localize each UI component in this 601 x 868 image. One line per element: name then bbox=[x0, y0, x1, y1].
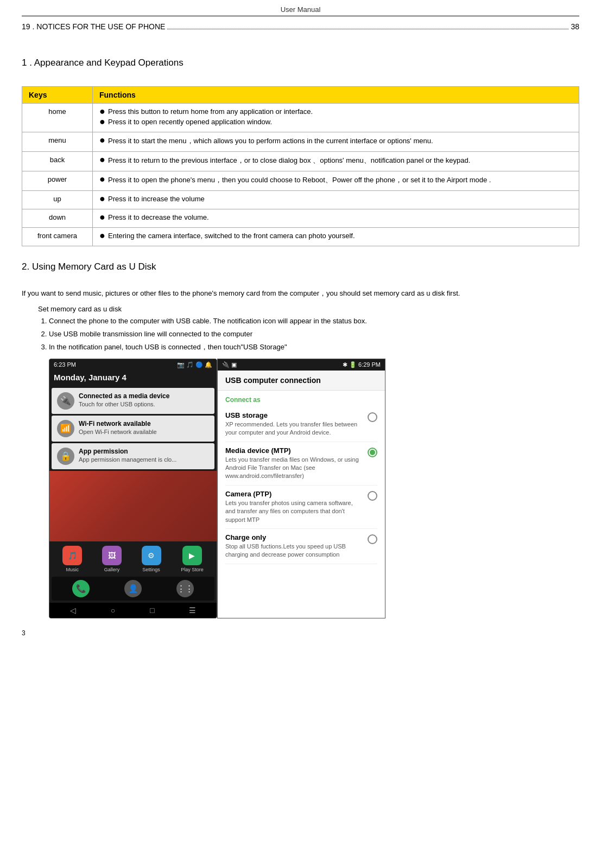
bullet-text: Press it to open the phone's menu，then y… bbox=[108, 175, 491, 185]
usb-option-desc: XP recommended. Lets you transfer files … bbox=[225, 420, 363, 437]
table-key-cell: back bbox=[22, 152, 93, 171]
usb-status-icons: 🔌 ▣ bbox=[222, 361, 237, 368]
usb-section: Connect as USB storageXP recommended. Le… bbox=[218, 391, 385, 566]
wifi-notif-title: Wi-Fi network available bbox=[79, 420, 157, 427]
usb-notif-content: Connected as a media device Touch for ot… bbox=[79, 392, 169, 407]
nav-home: ○ bbox=[111, 606, 115, 615]
home-screen bbox=[49, 471, 217, 541]
notification-wifi: 📶 Wi-Fi network available Open Wi-Fi net… bbox=[52, 416, 214, 442]
bullet-item: ●Press it to decrease the volume. bbox=[99, 213, 572, 222]
toc-text: . NOTICES FOR THE USE OF PHONE bbox=[33, 22, 166, 31]
col-keys: Keys bbox=[22, 87, 93, 104]
bullet-dot: ● bbox=[99, 174, 108, 184]
app-gallery-label: Gallery bbox=[104, 567, 120, 572]
app-playstore-label: Play Store bbox=[181, 567, 204, 572]
table-function-cell: ●Press it to open the phone's menu，then … bbox=[93, 171, 579, 191]
bullet-dot: ● bbox=[99, 106, 108, 116]
usb-option[interactable]: Camera (PTP)Lets you transfer photos usi… bbox=[225, 486, 377, 529]
keys-functions-table: Keys Functions home●Press this button to… bbox=[22, 86, 579, 246]
radio-dot bbox=[370, 450, 375, 455]
phone-date-area: Monday, January 4 bbox=[49, 371, 217, 386]
usb-option[interactable]: USB storageXP recommended. Lets you tran… bbox=[225, 407, 377, 442]
phone-status-bar: 6:23 PM 📷 🎵 🔵 🔔 bbox=[49, 359, 217, 371]
table-function-cell: ●Press it to increase the volume bbox=[93, 191, 579, 209]
usb-option-text: Camera (PTP)Lets you transfer photos usi… bbox=[225, 490, 368, 524]
table-key-cell: up bbox=[22, 191, 93, 209]
nav-menu: ☰ bbox=[189, 606, 196, 615]
bullet-dot: ● bbox=[99, 194, 108, 203]
usb-status-right: ✱ 🔋 6:29 PM bbox=[343, 361, 381, 368]
table-key-cell: menu bbox=[22, 132, 93, 152]
table-key-cell: power bbox=[22, 171, 93, 191]
table-key-cell: front camera bbox=[22, 228, 93, 246]
usb-options-list: USB storageXP recommended. Lets you tran… bbox=[225, 407, 377, 564]
app-notif-icon: 🔒 bbox=[57, 448, 74, 465]
usb-option[interactable]: Media device (MTP)Lets you transfer medi… bbox=[225, 442, 377, 486]
radio-button[interactable] bbox=[368, 534, 377, 544]
bullet-item: ●Press it to increase the volume bbox=[99, 195, 572, 203]
bullet-dot: ● bbox=[99, 212, 108, 222]
usb-option-text: Media device (MTP)Lets you transfer medi… bbox=[225, 446, 368, 481]
phone-time: 6:23 PM bbox=[54, 361, 76, 368]
app-music-label: Music bbox=[66, 567, 79, 572]
usb-screen: 🔌 ▣ ✱ 🔋 6:29 PM USB computer connection … bbox=[217, 359, 385, 618]
bullet-item: ●Press it to open the phone's menu，then … bbox=[99, 175, 572, 185]
radio-button[interactable] bbox=[368, 491, 377, 501]
bullet-text: Press it to return to the previous inter… bbox=[108, 156, 470, 165]
gallery-icon: 🖼 bbox=[102, 546, 122, 565]
usb-option[interactable]: Charge onlyStop all USB fuctions.Lets yo… bbox=[225, 529, 377, 564]
app-settings: ⚙ Settings bbox=[142, 546, 161, 572]
step-item: Use USB mobile transmission line will co… bbox=[49, 328, 579, 340]
usb-option-title: Charge only bbox=[225, 533, 363, 541]
phone-dock: 📞 👤 ⋮⋮ bbox=[52, 577, 214, 601]
usb-option-desc: Lets you transfer photos using camera so… bbox=[225, 499, 363, 524]
steps-list: Connect the phone to the computer with U… bbox=[49, 315, 579, 353]
wifi-notif-sub: Open Wi-Fi network available bbox=[79, 429, 157, 435]
notification-app: 🔒 App permission App permission manageme… bbox=[52, 443, 214, 469]
app-grid: 🎵 Music 🖼 Gallery ⚙ Settings ▶ Play Stor… bbox=[49, 541, 217, 575]
phone-nav: ◁ ○ □ ☰ bbox=[49, 603, 217, 618]
wifi-notif-content: Wi-Fi network available Open Wi-Fi netwo… bbox=[79, 420, 157, 435]
bullet-dot: ● bbox=[99, 155, 108, 164]
phone-dock-apps: ⋮⋮ bbox=[176, 580, 194, 597]
usb-option-title: USB storage bbox=[225, 411, 363, 419]
step-item: Connect the phone to the computer with U… bbox=[49, 315, 579, 327]
radio-button[interactable] bbox=[368, 448, 377, 457]
app-notif-sub: App permission management is clo... bbox=[79, 456, 176, 463]
page-header: User Manual bbox=[22, 5, 579, 16]
app-gallery: 🖼 Gallery bbox=[102, 546, 122, 572]
bullet-item: ●Press this button to return home from a… bbox=[99, 107, 572, 116]
usb-option-desc: Lets you transfer media files on Windows… bbox=[225, 456, 363, 481]
radio-button[interactable] bbox=[368, 412, 377, 422]
bullet-item: ●Press it to start the menu，which allows… bbox=[99, 136, 572, 146]
step-item: In the notification panel, touch USB is … bbox=[49, 341, 579, 353]
bullet-item: ●Entering the camera interface, switched… bbox=[99, 232, 572, 240]
section2-title: 2. Using Memory Card as U Disk bbox=[22, 261, 579, 272]
app-playstore: ▶ Play Store bbox=[181, 546, 204, 572]
phone-left-screenshot: 6:23 PM 📷 🎵 🔵 🔔 Monday, January 4 🔌 Conn… bbox=[49, 359, 217, 618]
usb-option-text: USB storageXP recommended. Lets you tran… bbox=[225, 411, 368, 437]
phone-dock-contacts: 👤 bbox=[124, 580, 142, 597]
usb-status-bar: 🔌 ▣ ✱ 🔋 6:29 PM bbox=[218, 359, 385, 371]
toc-dots bbox=[167, 22, 568, 29]
bullet-dot: ● bbox=[99, 135, 108, 145]
phone-icons: 📷 🎵 🔵 🔔 bbox=[177, 361, 212, 368]
bullet-text: Press it to increase the volume bbox=[108, 195, 205, 203]
table-function-cell: ●Press it to decrease the volume. bbox=[93, 209, 579, 228]
toc-entry: 19 . NOTICES FOR THE USE OF PHONE 38 bbox=[22, 22, 579, 31]
toc-number: 19 bbox=[22, 22, 30, 31]
usb-option-title: Media device (MTP) bbox=[225, 446, 363, 455]
connect-as-label: Connect as bbox=[225, 396, 377, 404]
app-notif-content: App permission App permission management… bbox=[79, 448, 176, 463]
usb-option-text: Charge onlyStop all USB fuctions.Lets yo… bbox=[225, 533, 368, 559]
bullet-text: Press this button to return home from an… bbox=[108, 107, 313, 116]
table-key-cell: home bbox=[22, 104, 93, 132]
bullet-item: ●Press it to open recently opened applic… bbox=[99, 118, 572, 126]
nav-recent: □ bbox=[150, 606, 154, 615]
nav-back: ◁ bbox=[70, 606, 76, 615]
bullet-item: ●Press it to return to the previous inte… bbox=[99, 156, 572, 165]
table-key-cell: down bbox=[22, 209, 93, 228]
section1-title: 1 . Appearance and Keypad Operations bbox=[22, 58, 579, 68]
bullet-text: Press it to decrease the volume. bbox=[108, 213, 209, 221]
settings-icon: ⚙ bbox=[142, 546, 161, 565]
